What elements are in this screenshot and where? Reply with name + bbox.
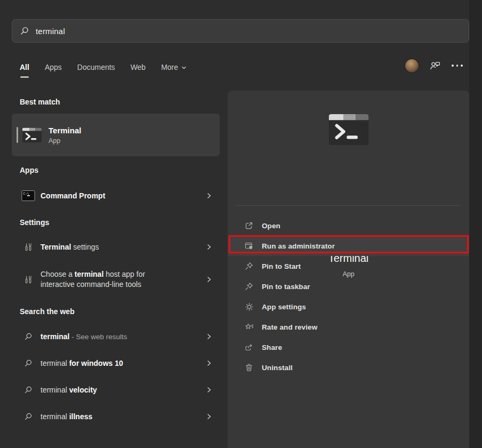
action-label: Open — [262, 222, 280, 230]
selection-accent-bar — [17, 127, 18, 143]
result-label: Choose a terminal host app for interacti… — [41, 269, 157, 290]
search-icon — [21, 359, 35, 367]
pin-icon — [244, 282, 254, 291]
result-row[interactable]: Choose a terminal host app for interacti… — [12, 267, 220, 292]
apps-rows: C:\Command Prompt — [12, 183, 220, 209]
action-label: Pin to Start — [262, 262, 301, 270]
action-app-settings[interactable]: App settings — [228, 297, 469, 317]
tab-bar: AllAppsDocumentsWebMore — [20, 62, 187, 71]
action-uninstall[interactable]: Uninstall — [228, 357, 469, 378]
share-icon — [244, 343, 254, 351]
section-heading-search-the-web: Search the web — [12, 307, 220, 316]
tab-label: Documents — [77, 63, 115, 71]
result-row[interactable]: terminal - See web results — [12, 324, 220, 349]
result-label: Command Prompt — [41, 191, 105, 201]
settings-rows: Terminal settingsChoose a terminal host … — [12, 234, 220, 292]
best-match-text: Terminal App — [49, 126, 81, 145]
best-match-title: Terminal — [49, 126, 81, 135]
tab-documents[interactable]: Documents — [77, 63, 115, 71]
result-row[interactable]: Terminal settings — [12, 234, 220, 260]
search-icon — [21, 332, 35, 341]
section-heading-best-match: Best match — [12, 98, 220, 106]
action-run-as-administrator[interactable]: Run as administrator — [228, 236, 469, 256]
star-review-icon — [244, 323, 254, 332]
tab-all[interactable]: All — [20, 63, 29, 71]
pin-icon — [244, 262, 254, 270]
action-label: Pin to taskbar — [262, 283, 310, 291]
tab-web[interactable]: Web — [131, 63, 146, 71]
avatar[interactable] — [405, 59, 419, 73]
tab-more[interactable]: More — [161, 63, 187, 71]
best-match-item[interactable]: Terminal App — [12, 114, 220, 156]
action-label: Run as administrator — [262, 242, 335, 250]
tab-label: All — [20, 63, 29, 71]
cmd-app-icon: C:\ — [21, 189, 35, 203]
section-heading-settings: Settings — [12, 218, 220, 227]
windows-search-flyout: terminal AllAppsDocumentsWebMore Best ma… — [0, 0, 482, 448]
tab-label: Apps — [45, 63, 62, 71]
chevron-right-icon — [206, 333, 212, 340]
tools-icon — [21, 275, 35, 284]
chevron-right-icon — [206, 360, 212, 366]
search-icon — [21, 412, 35, 421]
chevron-right-icon — [206, 244, 212, 250]
best-match-subtitle: App — [49, 137, 81, 145]
search-icon — [20, 26, 29, 36]
result-label: terminal for windows 10 — [41, 358, 123, 369]
action-list: OpenRun as administratorPin to StartPin … — [228, 215, 469, 378]
tab-apps[interactable]: Apps — [45, 63, 62, 71]
action-label: Rate and review — [262, 323, 317, 331]
chevron-right-icon — [206, 276, 212, 283]
tab-label: More — [161, 63, 178, 71]
svg-text:C:\: C:\ — [23, 191, 29, 195]
result-label: terminal illness — [41, 412, 92, 422]
preview-panel: Terminal App OpenRun as administratorPin… — [228, 91, 469, 448]
terminal-app-icon-large — [328, 114, 369, 145]
tools-icon — [21, 243, 35, 252]
result-label: terminal - See web results — [41, 332, 127, 342]
results-column: Best match Terminal App Apps C:\Command … — [12, 98, 220, 429]
action-rate-and-review[interactable]: Rate and review — [228, 317, 469, 337]
result-row[interactable]: terminal illness — [12, 404, 220, 429]
divider — [236, 205, 461, 206]
terminal-app-icon — [22, 127, 42, 143]
action-label: Share — [262, 343, 282, 351]
chevron-right-icon — [206, 387, 212, 393]
result-row[interactable]: terminal for windows 10 — [12, 350, 220, 376]
web-rows: terminal - See web resultsterminal for w… — [12, 324, 220, 429]
section-heading-apps: Apps — [12, 166, 220, 174]
more-options-icon[interactable] — [452, 65, 463, 67]
result-label: terminal velocity — [41, 385, 97, 395]
gear-icon — [244, 302, 254, 311]
open-external-icon — [244, 221, 254, 230]
search-icon — [21, 386, 35, 394]
result-label: Terminal settings — [41, 242, 99, 252]
chevron-right-icon — [206, 413, 212, 420]
search-flyout-surface: terminal AllAppsDocumentsWebMore Best ma… — [0, 0, 469, 448]
search-input[interactable]: terminal — [12, 19, 469, 43]
search-value: terminal — [36, 27, 65, 36]
action-open[interactable]: Open — [228, 215, 469, 236]
action-pin-to-taskbar[interactable]: Pin to taskbar — [228, 276, 469, 297]
action-pin-to-start[interactable]: Pin to Start — [228, 256, 469, 276]
chevron-right-icon — [206, 193, 212, 199]
action-share[interactable]: Share — [228, 337, 469, 357]
trash-icon — [244, 363, 254, 372]
tab-label: Web — [131, 63, 146, 71]
feedback-icon[interactable] — [429, 60, 441, 71]
result-row[interactable]: C:\Command Prompt — [12, 183, 220, 209]
run-as-admin-icon — [244, 242, 254, 250]
chevron-down-icon — [181, 65, 187, 70]
action-label: Uninstall — [262, 364, 293, 372]
result-row[interactable]: terminal velocity — [12, 377, 220, 403]
action-label: App settings — [262, 303, 306, 311]
